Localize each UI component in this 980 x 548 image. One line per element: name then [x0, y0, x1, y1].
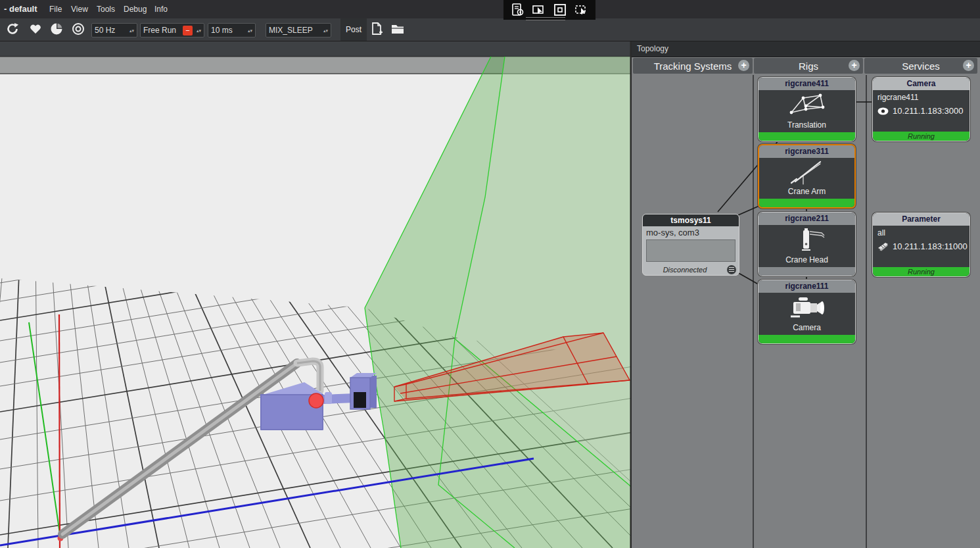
- sleep-mode-select[interactable]: MIX_SLEEP ▴▾: [266, 23, 331, 37]
- rig-type-label: Crane Arm: [788, 187, 826, 196]
- rig-type-label: Camera: [793, 323, 821, 332]
- run-indicator: −: [183, 26, 193, 36]
- status-label: Disconnected: [643, 266, 727, 274]
- service-address: 10.211.1.183:3000: [893, 106, 963, 116]
- marquee-select-icon[interactable]: [574, 3, 588, 17]
- node-rigcrane311[interactable]: rigcrane311 Crane Arm: [758, 144, 856, 209]
- node-rigcrane411[interactable]: rigcrane411 Translation: [758, 77, 856, 141]
- node-title: Parameter: [873, 213, 969, 226]
- status-bar: [758, 335, 855, 343]
- post-button[interactable]: Post: [340, 18, 367, 41]
- menu-info[interactable]: Info: [154, 5, 168, 14]
- script-settings-icon[interactable]: [511, 3, 525, 17]
- node-title: rigcrane111: [758, 280, 855, 293]
- status-bar: [758, 267, 855, 276]
- menu-bar: - default File View Tools Debug Info: [0, 0, 980, 18]
- menu-file[interactable]: File: [49, 5, 62, 14]
- node-tsmosys11[interactable]: tsmosys11 mo-sys, com3 Disconnected: [642, 214, 739, 276]
- status-bar: [758, 132, 855, 141]
- favorite-button[interactable]: [27, 20, 44, 37]
- tally-dot: [309, 393, 323, 408]
- node-title: Camera: [873, 78, 969, 90]
- node-service-camera[interactable]: Camera rigcrane411 10.211.1.183:3000 Run…: [872, 77, 970, 141]
- status-bar: [759, 199, 854, 207]
- service-target: rigcrane411: [873, 90, 969, 102]
- node-title: rigcrane311: [759, 145, 854, 158]
- frame-box-icon[interactable]: [553, 3, 567, 17]
- service-target: all: [873, 226, 969, 237]
- frequency-spinner[interactable]: ▴▾: [129, 29, 134, 32]
- run-mode-select[interactable]: Free Run − ▴▾: [140, 23, 204, 37]
- viewport-3d[interactable]: [0, 0, 632, 548]
- node-rigcrane211[interactable]: rigcrane211 Crane Head: [758, 212, 856, 276]
- arm-collar: [325, 392, 332, 404]
- sleep-mode-value: MIX_SLEEP: [269, 26, 319, 35]
- toolbar-drag-handle[interactable]: [526, 17, 565, 20]
- tracking-info: mo-sys, com3: [643, 226, 739, 237]
- head-lens-dark: [354, 392, 366, 408]
- column-divider-2: [866, 75, 867, 548]
- translation-icon: [786, 91, 828, 119]
- crane-head-icon: [786, 226, 828, 254]
- refresh-button[interactable]: [4, 20, 21, 37]
- axis-red: [59, 314, 60, 548]
- column-divider-1: [753, 75, 754, 548]
- column-header-rigs: Rigs +: [754, 58, 863, 74]
- open-folder-button[interactable]: [389, 20, 406, 37]
- frequency-value: 50 Hz: [95, 26, 126, 35]
- rig-type-label: Translation: [787, 120, 826, 130]
- status-bar: Running: [873, 132, 969, 141]
- add-service-button[interactable]: +: [963, 60, 974, 71]
- window-title: - default: [4, 4, 37, 14]
- layers-icon: [877, 242, 889, 251]
- node-title: tsmosys11: [643, 214, 739, 226]
- crane-arm-icon: [786, 159, 828, 186]
- interval-spinner[interactable]: ▴▾: [248, 29, 252, 32]
- node-title: rigcrane211: [758, 212, 855, 225]
- interval-value: 10 ms: [211, 26, 244, 35]
- menu-tools[interactable]: Tools: [97, 5, 115, 14]
- column-header-services: Services +: [864, 58, 977, 74]
- menu-debug[interactable]: Debug: [124, 5, 147, 14]
- node-service-parameter[interactable]: Parameter all 10.211.1.183:11000 Running: [872, 212, 970, 277]
- sleep-mode-spinner[interactable]: ▴▾: [323, 29, 328, 32]
- node-rigcrane111[interactable]: rigcrane111 Camera: [758, 280, 856, 344]
- main-toolbar: 50 Hz ▴▾ Free Run − ▴▾ 10 ms ▴▾ MIX_SLEE…: [0, 18, 980, 41]
- select-cursor-icon[interactable]: [532, 3, 546, 17]
- interval-select[interactable]: 10 ms ▴▾: [208, 23, 256, 37]
- message-bubble-icon[interactable]: [727, 265, 736, 274]
- eye-icon: [877, 107, 889, 115]
- tracking-data-box: [646, 239, 735, 262]
- band-dark: [0, 41, 632, 57]
- new-document-button[interactable]: [368, 20, 385, 37]
- node-title: rigcrane411: [758, 78, 855, 90]
- timer-button[interactable]: [48, 20, 65, 37]
- add-rig-button[interactable]: +: [849, 60, 860, 71]
- topology-title: Topology: [632, 41, 980, 57]
- column-header-tracking-systems: Tracking Systems +: [633, 58, 753, 74]
- add-tracking-system-button[interactable]: +: [738, 60, 749, 71]
- run-mode-value: Free Run: [143, 26, 180, 35]
- frequency-select[interactable]: 50 Hz ▴▾: [91, 23, 137, 37]
- menu-view[interactable]: View: [71, 5, 88, 14]
- rig-type-label: Crane Head: [785, 255, 828, 264]
- camera-icon: [784, 294, 830, 322]
- target-button[interactable]: [70, 20, 87, 37]
- run-mode-spinner[interactable]: ▴▾: [197, 29, 201, 32]
- status-bar: Running: [873, 267, 969, 276]
- service-address: 10.211.1.183:11000: [893, 241, 968, 251]
